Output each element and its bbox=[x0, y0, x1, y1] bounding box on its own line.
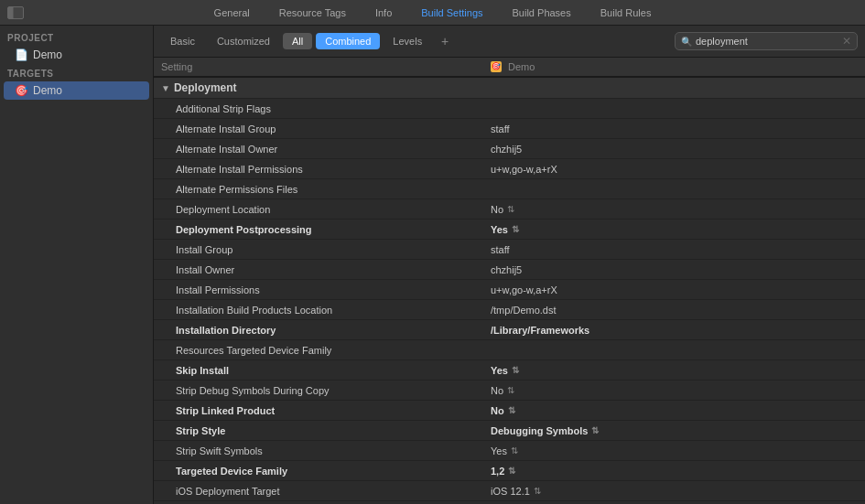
filter-tab-levels[interactable]: Levels bbox=[384, 33, 431, 49]
search-icon: 🔍 bbox=[681, 37, 692, 47]
table-row[interactable]: Alternate Install Owner chzhij5 bbox=[154, 139, 865, 159]
table-row[interactable]: Alternate Permissions Files bbox=[154, 179, 865, 199]
tab-info[interactable]: Info bbox=[361, 4, 406, 22]
table-row[interactable]: Installation Directory /Library/Framewor… bbox=[154, 320, 865, 340]
stepper-icon[interactable]: ⇅ bbox=[512, 365, 519, 375]
header-target-icon: 🎯 bbox=[491, 61, 502, 72]
project-file-icon: 📄 bbox=[15, 48, 28, 61]
table-row[interactable]: Strip Linked Product No ⇅ bbox=[154, 401, 865, 421]
row-setting: Install Owner bbox=[161, 264, 491, 275]
row-value: staff bbox=[491, 123, 858, 134]
row-value: Yes ⇅ bbox=[491, 365, 858, 376]
row-setting: Install Permissions bbox=[161, 284, 491, 295]
row-setting: Install Group bbox=[161, 244, 491, 255]
table-row[interactable]: Strip Style Debugging Symbols ⇅ bbox=[154, 421, 865, 441]
search-clear-button[interactable]: ✕ bbox=[842, 35, 851, 48]
row-value: No ⇅ bbox=[491, 385, 858, 396]
tab-build-settings[interactable]: Build Settings bbox=[406, 4, 497, 22]
row-value-text: Debugging Symbols bbox=[491, 425, 588, 436]
sidebar-item-project-demo[interactable]: 📄 Demo bbox=[4, 46, 149, 64]
table-row[interactable]: Skip Install Yes ⇅ bbox=[154, 360, 865, 381]
table-header: Setting 🎯 Demo bbox=[154, 58, 865, 77]
search-input[interactable] bbox=[696, 36, 838, 47]
stepper-icon[interactable]: ⇅ bbox=[512, 224, 519, 234]
stepper-icon[interactable]: ⇅ bbox=[508, 405, 515, 415]
section-collapse-icon[interactable]: ▼ bbox=[161, 83, 170, 93]
filter-bar: Basic Customized All Combined Levels + 🔍… bbox=[154, 26, 865, 58]
row-value: Yes ⇅ bbox=[491, 224, 858, 235]
row-setting: Alternate Permissions Files bbox=[161, 184, 491, 195]
filter-tab-basic[interactable]: Basic bbox=[161, 33, 204, 49]
row-setting: Strip Style bbox=[161, 425, 491, 436]
build-settings-table: Setting 🎯 Demo ▼ Deployment Additional S… bbox=[154, 58, 865, 504]
filter-tab-customized[interactable]: Customized bbox=[208, 33, 279, 49]
table-row[interactable]: Additional Strip Flags bbox=[154, 99, 865, 119]
table-row[interactable]: Alternate Install Permissions u+w,go-w,a… bbox=[154, 159, 865, 179]
row-setting: Targeted Device Family bbox=[161, 466, 491, 477]
table-row[interactable]: Installation Build Products Location /tm… bbox=[154, 300, 865, 320]
row-value: chzhij5 bbox=[491, 144, 858, 155]
sidebar: PROJECT 📄 Demo TARGETS 🎯 Demo bbox=[0, 26, 154, 504]
top-tab-bar: General Resource Tags Info Build Setting… bbox=[200, 4, 666, 22]
sidebar-toggle-button[interactable] bbox=[7, 6, 24, 19]
row-value-text: iOS 12.1 bbox=[491, 486, 530, 497]
row-value-text: No bbox=[491, 204, 503, 215]
stepper-icon[interactable]: ⇅ bbox=[534, 486, 541, 496]
stepper-icon[interactable]: ⇅ bbox=[591, 425, 599, 435]
sidebar-item-target-label: Demo bbox=[33, 84, 62, 97]
filter-tab-combined[interactable]: Combined bbox=[316, 33, 380, 49]
tab-build-phases[interactable]: Build Phases bbox=[498, 4, 586, 22]
sidebar-item-target-demo[interactable]: 🎯 Demo bbox=[4, 81, 149, 100]
row-setting: Deployment Postprocessing bbox=[161, 224, 491, 235]
filter-tab-all[interactable]: All bbox=[283, 33, 312, 49]
tab-build-rules[interactable]: Build Rules bbox=[586, 4, 666, 22]
filter-add-button[interactable]: + bbox=[435, 31, 455, 51]
stepper-icon[interactable]: ⇅ bbox=[511, 445, 518, 456]
content-area: Basic Customized All Combined Levels + 🔍… bbox=[154, 26, 865, 504]
table-row[interactable]: Targeted Device Family 1,2 ⇅ bbox=[154, 461, 865, 481]
row-value-text: Yes bbox=[491, 224, 508, 235]
table-row[interactable]: iOS Deployment Target iOS 12.1 ⇅ bbox=[154, 481, 865, 501]
header-value-col: 🎯 Demo bbox=[491, 61, 858, 72]
tab-general[interactable]: General bbox=[200, 4, 265, 22]
row-value: Debugging Symbols ⇅ bbox=[491, 425, 858, 436]
row-setting: Alternate Install Owner bbox=[161, 144, 491, 155]
sidebar-item-project-label: Demo bbox=[33, 48, 62, 61]
targets-section-title: TARGETS bbox=[0, 65, 153, 80]
header-setting-col: Setting bbox=[161, 61, 491, 72]
stepper-icon[interactable]: ⇅ bbox=[507, 385, 514, 395]
main-area: PROJECT 📄 Demo TARGETS 🎯 Demo Basic Cust… bbox=[0, 26, 865, 504]
table-row[interactable]: Install Group staff bbox=[154, 240, 865, 260]
row-value: 1,2 ⇅ bbox=[491, 466, 858, 477]
row-setting: iOS Deployment Target bbox=[161, 486, 491, 497]
tab-resource-tags[interactable]: Resource Tags bbox=[265, 4, 361, 22]
project-section-title: PROJECT bbox=[0, 29, 153, 45]
table-row[interactable]: Resources Targeted Device Family bbox=[154, 340, 865, 360]
row-value: staff bbox=[491, 244, 858, 255]
row-value: chzhij5 bbox=[491, 264, 858, 275]
row-value: Yes ⇅ bbox=[491, 445, 858, 456]
top-bar: General Resource Tags Info Build Setting… bbox=[0, 0, 865, 26]
table-row[interactable]: Strip Swift Symbols Yes ⇅ bbox=[154, 441, 865, 461]
stepper-icon[interactable]: ⇅ bbox=[507, 204, 514, 214]
row-value: No ⇅ bbox=[491, 405, 858, 416]
table-row[interactable]: Strip Debug Symbols During Copy No ⇅ bbox=[154, 381, 865, 401]
row-value: No ⇅ bbox=[491, 204, 858, 215]
table-row[interactable]: Install Permissions u+w,go-w,a+rX bbox=[154, 280, 865, 300]
row-setting: Alternate Install Group bbox=[161, 123, 491, 134]
row-value-text: No bbox=[491, 405, 504, 416]
row-setting: Installation Directory bbox=[161, 325, 491, 336]
row-setting: Skip Install bbox=[161, 365, 491, 376]
row-value-text: Yes bbox=[491, 365, 508, 376]
table-row[interactable]: Install Owner chzhij5 bbox=[154, 260, 865, 280]
deployment-section: ▼ Deployment bbox=[154, 77, 865, 99]
row-setting: Strip Swift Symbols bbox=[161, 445, 491, 456]
table-row[interactable]: Deployment Location No ⇅ bbox=[154, 199, 865, 220]
table-row[interactable]: Alternate Install Group staff bbox=[154, 119, 865, 139]
stepper-icon[interactable]: ⇅ bbox=[508, 466, 515, 476]
header-target-name: Demo bbox=[508, 61, 535, 72]
table-row[interactable]: Deployment Postprocessing Yes ⇅ bbox=[154, 220, 865, 240]
row-setting: Resources Targeted Device Family bbox=[161, 345, 491, 356]
row-setting: Additional Strip Flags bbox=[161, 103, 491, 114]
sidebar-toggle-area[interactable] bbox=[7, 6, 24, 19]
